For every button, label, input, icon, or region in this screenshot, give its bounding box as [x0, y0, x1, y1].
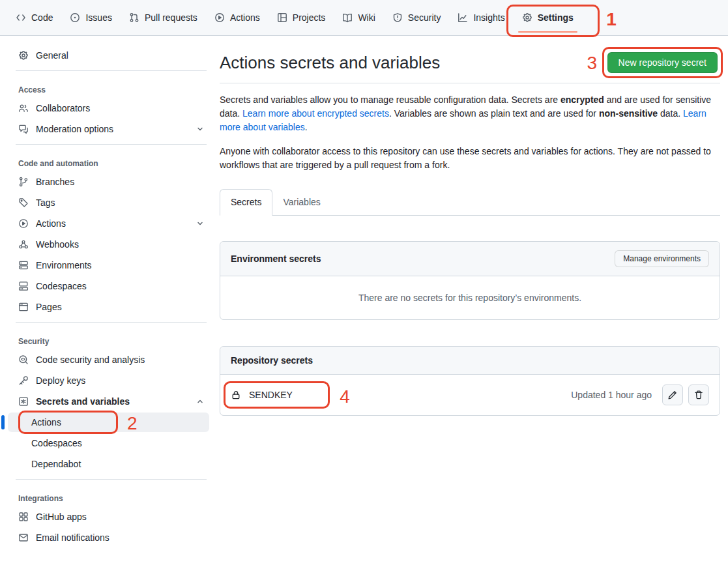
nav-tab-security[interactable]: Security [386, 0, 448, 35]
sidebar-item-code-security[interactable]: Code security and analysis [8, 350, 209, 369]
nav-tab-pull-requests[interactable]: Pull requests [123, 0, 204, 35]
secret-row: SENDKEY 4 Updated 1 hour ago [220, 375, 720, 415]
pencil-icon [667, 390, 678, 400]
nav-tab-insights[interactable]: Insights [451, 0, 511, 35]
secret-name-group: SENDKEY 4 [231, 390, 293, 400]
nav-tab-label: Projects [293, 12, 326, 23]
secret-updated-text: Updated 1 hour ago [571, 390, 652, 400]
people-icon [18, 103, 29, 113]
sidebar-item-secrets-and-variables[interactable]: Secrets and variables [8, 392, 209, 411]
sidebar-item-label: Moderation options [36, 124, 113, 134]
nav-tab-label: Pull requests [145, 12, 197, 23]
new-secret-button-wrap: New repository secret 3 [607, 52, 718, 73]
sidebar-subitem-dependabot[interactable]: Dependabot [8, 454, 209, 474]
sidebar-item-label: Actions [31, 417, 61, 427]
intro-paragraph-1: Secrets and variables allow you to manag… [220, 93, 720, 134]
nav-tab-wiki[interactable]: Wiki [336, 0, 381, 35]
nav-tab-actions[interactable]: Actions [208, 0, 267, 35]
mail-icon [18, 532, 29, 543]
github-repo-settings-page: Code Issues Pull requests Actions Projec… [0, 0, 728, 565]
nav-tab-projects[interactable]: Projects [270, 0, 332, 35]
chevron-down-icon [196, 220, 204, 227]
delete-secret-button[interactable] [688, 384, 709, 405]
sidebar-item-branches[interactable]: Branches [8, 172, 209, 192]
sidebar-item-tags[interactable]: Tags [8, 193, 209, 212]
gear-icon [18, 50, 29, 61]
sidebar-item-label: Email notifications [36, 532, 109, 543]
secrets-variables-tabnav: Secrets Variables [220, 189, 720, 216]
asterisk-box-icon [18, 396, 29, 407]
intro-bold-encrypted: encrypted [561, 94, 604, 105]
sidebar-item-webhooks[interactable]: Webhooks [8, 235, 209, 254]
graph-icon [458, 12, 468, 23]
webhook-icon [18, 239, 29, 250]
sidebar-item-actions[interactable]: Actions [8, 214, 209, 233]
sidebar-item-environments[interactable]: Environments [8, 255, 209, 275]
nav-tab-issues[interactable]: Issues [63, 0, 118, 35]
intro-text-segment: . Variables are shown as plain text and … [389, 108, 599, 119]
sidebar-item-label: Code security and analysis [36, 355, 145, 365]
new-repository-secret-button[interactable]: New repository secret [607, 52, 718, 73]
sidebar-item-github-apps[interactable]: GitHub apps [8, 507, 209, 527]
environment-secrets-box: Environment secrets Manage environments … [220, 241, 720, 320]
link-encrypted-secrets[interactable]: Learn more about encrypted secrets [242, 108, 389, 119]
sidebar-subitem-codespaces[interactable]: Codespaces [8, 433, 209, 453]
environment-secrets-title: Environment secrets [231, 254, 321, 264]
issue-opened-icon [70, 12, 80, 23]
sidebar-item-pages[interactable]: Pages [8, 297, 209, 317]
nav-tab-code[interactable]: Code [9, 0, 59, 35]
sidebar-item-moderation-options[interactable]: Moderation options [8, 119, 209, 139]
intro-text-segment: . [305, 122, 308, 132]
gear-icon [522, 12, 532, 23]
sidebar-item-label: Secrets and variables [36, 396, 130, 407]
settings-sidebar: General Access Collaborators Moderation … [0, 36, 220, 565]
intro-paragraph-2: Anyone with collaborator access to this … [220, 145, 720, 172]
git-pull-request-icon [129, 12, 139, 23]
nav-tab-settings[interactable]: Settings 1 [516, 0, 580, 35]
sidebar-section-security: Security [8, 328, 209, 350]
play-icon [18, 218, 29, 229]
sidebar-item-label: Collaborators [36, 103, 90, 113]
sidebar-section-integrations: Integrations [8, 485, 209, 507]
play-icon [214, 12, 225, 23]
sidebar-item-deploy-keys[interactable]: Deploy keys [8, 371, 209, 390]
tab-variables[interactable]: Variables [272, 189, 330, 215]
sidebar-divider [16, 70, 207, 71]
key-icon [18, 375, 29, 386]
sidebar-item-label: General [36, 50, 68, 61]
environment-secrets-header: Environment secrets Manage environments [220, 242, 720, 276]
secret-name: SENDKEY [249, 390, 293, 400]
tab-secrets[interactable]: Secrets [220, 189, 272, 216]
sidebar-item-label: Environments [36, 260, 92, 270]
sidebar-section-access: Access [8, 76, 209, 98]
nav-tab-label: Issues [85, 12, 111, 23]
main-content: Actions secrets and variables New reposi… [220, 36, 720, 416]
sidebar-section-code-automation: Code and automation [8, 150, 209, 172]
annotation-number-1: 1 [606, 10, 617, 29]
manage-environments-button[interactable]: Manage environments [615, 250, 709, 267]
active-tab-underline [518, 31, 577, 33]
intro-text-segment: data. [658, 108, 683, 119]
server-icon [18, 260, 29, 270]
codescan-icon [18, 355, 29, 365]
edit-secret-button[interactable] [662, 384, 683, 405]
sidebar-item-label: Dependabot [31, 459, 81, 469]
comment-discussion-icon [18, 124, 29, 134]
repository-secrets-title: Repository secrets [231, 355, 313, 366]
shield-icon [392, 12, 403, 23]
sidebar-item-codespaces[interactable]: Codespaces [8, 276, 209, 296]
sidebar-item-general[interactable]: General [8, 46, 209, 65]
sidebar-subitem-actions-selected[interactable]: Actions 2 [8, 413, 209, 432]
repository-secrets-box: Repository secrets SENDKEY 4 Updated 1 h… [220, 346, 720, 416]
chevron-up-icon [196, 398, 204, 405]
sidebar-item-email-notifications[interactable]: Email notifications [8, 528, 209, 547]
sidebar-item-label: Deploy keys [36, 375, 85, 386]
sidebar-item-label: Codespaces [36, 281, 87, 291]
intro-text-segment: Secrets and variables allow you to manag… [220, 94, 561, 105]
nav-tab-label: Settings [538, 12, 574, 23]
sidebar-item-collaborators[interactable]: Collaborators [8, 98, 209, 118]
book-icon [342, 12, 353, 23]
nav-tab-label: Actions [230, 12, 260, 23]
code-icon [16, 12, 26, 23]
sidebar-divider [16, 322, 207, 323]
